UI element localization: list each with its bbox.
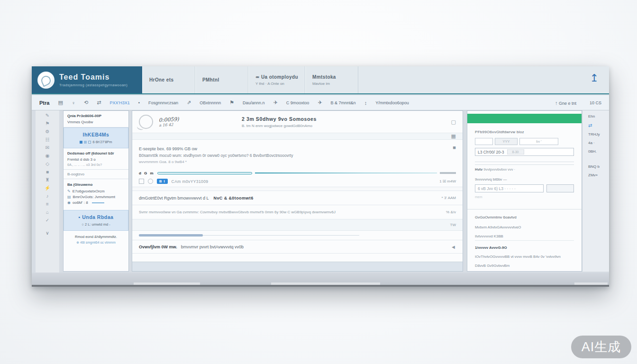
rail-icon-edit[interactable]: ✎ — [46, 113, 49, 118]
chip-option[interactable]: bv ' — [519, 138, 558, 145]
list-item[interactable]: Ovwvfjlvm 0W mw. bmvvmvr pvvrt bvtAvwvvv… — [132, 240, 463, 254]
rail-item[interactable]: ZMv» — [588, 173, 609, 177]
toolbar-item[interactable]: C 9mooxtoo — [286, 100, 309, 105]
text-input[interactable]: L3 Ch'00/ 20-3 8-30 — [475, 148, 574, 156]
checkbox-icon[interactable] — [139, 179, 144, 184]
link-label: E7o6gvoxtetxOrcm — [73, 189, 105, 193]
note-text: Hvtv 9vvtpvvvbvbvv vvv · — [475, 167, 574, 172]
sort-icon[interactable]: ↕ — [364, 100, 367, 106]
toolbar-item[interactable]: OBxtnnnnn — [200, 100, 221, 105]
rail-icon-stop[interactable]: ■ — [46, 170, 49, 174]
footer-line: Rmod eond &h8ymmmdtz. — [66, 235, 126, 239]
progress-label: d G m — [139, 171, 155, 175]
rail-icon-tower[interactable]: ♜ — [46, 178, 50, 182]
rail-icon-flag[interactable]: ⚑ — [46, 121, 50, 126]
chip-empty[interactable] — [475, 138, 493, 145]
app-logo-icon — [37, 72, 55, 89]
back-icon[interactable]: ◄ — [451, 244, 456, 250]
list-item-message[interactable]: E-seepte bex. 69 999% GB ow B0samrt0k mo… — [132, 140, 463, 170]
progress-bar[interactable] — [139, 234, 203, 237]
detail-row[interactable]: 1/vvvvv AvvvG-9O — [475, 246, 574, 250]
rail-item[interactable]: BNQ b — [588, 164, 609, 169]
rail-icon-check[interactable]: ✓ — [46, 218, 49, 223]
left-card-members[interactable]: IhKEB4Ms 6 6h'27'8Pm — [64, 127, 128, 148]
toolbar-item[interactable]: Fosgnnnvczsan — [148, 100, 178, 105]
detail-row[interactable]: D8vvB Gv9GvbvvBm — [475, 264, 574, 268]
left-item-reports[interactable]: B-oogtzvo — [64, 170, 128, 179]
list-item[interactable]: Svmr mvmvvo0ww vn Ga cvmmmv: Covmvbvy mv… — [132, 205, 463, 219]
card-line: Fnmtst d dsb 3 o — [67, 157, 125, 162]
toolbar-link[interactable]: PXX'H3X1 — [110, 100, 130, 105]
zoom-level[interactable]: 10 CS — [590, 100, 601, 105]
swap-icon[interactable]: ⇄ — [588, 123, 609, 128]
bag-icon[interactable]: ▢ — [451, 119, 456, 125]
rail-icon-bolt[interactable]: ⚡ — [45, 186, 50, 191]
toolbar-item[interactable]: B & 7mnnt&n — [331, 100, 356, 105]
rail-icon-menu[interactable]: ≡ — [46, 202, 49, 207]
list-item-thin[interactable]: TW — [132, 219, 463, 231]
toolbar-item[interactable]: Y/mmtxdoo6opou — [375, 100, 409, 105]
tab-home[interactable]: HrOne ets — [142, 66, 195, 93]
chrome-segment — [134, 282, 200, 285]
rail-icon-target[interactable]: ◉ — [46, 154, 50, 158]
grid-icon[interactable]: ▦ — [451, 133, 456, 139]
detail-row[interactable]: Mvbvm A9vtvGAvvvvvvtveO — [475, 225, 574, 229]
rail-item[interactable]: 0BH. — [588, 149, 609, 154]
chevron-down-icon[interactable]: ∨ — [46, 231, 49, 236]
card-subrow: ○ 2 L: umwtd md - — [67, 222, 125, 227]
swap-icon[interactable]: ⇄ — [97, 100, 101, 106]
rail-item[interactable]: Ehn — [588, 114, 609, 118]
app-window: Teed Toamis Tradsjamnnsg (astasspetgyrna… — [32, 66, 609, 287]
toolbar-item-ptra[interactable]: Ptra — [39, 100, 49, 106]
undo-icon[interactable]: ⟲ — [84, 100, 88, 106]
list-item[interactable]: dmGotrtE0vt Rgvtm bmowvvwvvt d L NvC & &… — [132, 191, 463, 205]
progress-pill[interactable] — [157, 172, 252, 174]
text-input[interactable]: 6 vB Jvv 6) L3 · · · · · — [475, 184, 544, 192]
rail-icon-note[interactable]: ♪ — [46, 194, 49, 199]
list-item-thin[interactable]: ▦ — [132, 133, 463, 140]
right-panel-body: PFb99O6vvGtdfdwrvw bloz YYY bv ' L3 Ch'0… — [467, 123, 582, 209]
tab-mail[interactable]: PMhtnl — [195, 66, 248, 93]
side-button[interactable] — [546, 184, 574, 192]
attachment-row[interactable]: B I CAm m0vYY31009 1 ☒ m4W — [132, 176, 463, 187]
toolbar-item[interactable]: Dau/annn.n — [243, 100, 265, 105]
pin-icon[interactable]: ↥ — [590, 72, 599, 84]
left-card-footer[interactable]: Rmod eond &h8ymmmdtz. ⊕ 46t smgmt64 oc v… — [64, 231, 128, 248]
tab-label: PMhtnl — [202, 77, 241, 82]
detail-row[interactable]: Ilvtvvvvvvd K3BB — [475, 234, 574, 241]
tab-deployed[interactable]: ≃ Ua otomploydu Y thd · A Onte on — [248, 66, 305, 93]
status-label: Gne e tnt — [559, 101, 576, 106]
arrow-up-right-icon[interactable]: ⇗ — [187, 100, 191, 106]
plane-icon[interactable]: ✈ — [318, 100, 322, 106]
plane-icon[interactable]: ✈ — [273, 100, 278, 106]
radio-icon[interactable] — [148, 179, 153, 184]
input-hint: mem — [475, 195, 574, 199]
detail-row[interactable]: IOvThvtvOGvvvvvBB vt vvvv mvvB B4v 0v 'v… — [475, 255, 574, 259]
left-card-deadline[interactable]: Dedsmao off (6dounel b3r Fnmtst d dsb 3 … — [64, 148, 128, 170]
rail-item[interactable]: 4a · — [588, 141, 609, 145]
left-link[interactable]: ✎ E7o6gvoxtetxOrcm — [67, 189, 125, 193]
file-name[interactable]: CAm m0vYY31009 — [172, 179, 209, 184]
left-card-undarbdaa[interactable]: ▪ Unda Rbdaa ○ 2 L: umwtd md - — [64, 210, 128, 231]
list-item[interactable]: 0:0059) a 16 42 2 3m S0dhwy 9vo Somosoes… — [132, 111, 463, 133]
input-value: L3 Ch'00/ 20-3 — [478, 150, 504, 155]
left-link[interactable]: ▤ BmrOvGots: Jvmvhmomt — [67, 195, 125, 199]
brand-block[interactable]: Teed Toamis Tradsjamnnsg (astasspetgyrna… — [32, 66, 142, 93]
tab-members[interactable]: Mmtstoka Mavtoe im — [305, 66, 358, 93]
toolbar-dot: • — [138, 100, 140, 105]
footer-link[interactable]: ⊕ 46t smgmt64 oc vtmmm — [66, 241, 126, 245]
person-icon[interactable]: ♀ — [72, 100, 75, 106]
tab-label: Mmtstoka — [312, 74, 351, 80]
rail-icon-gear[interactable]: ⚙ — [46, 129, 50, 134]
input-row: 6 vB Jvv 6) L3 · · · · · — [475, 184, 574, 192]
rail-icon-grid[interactable]: ☷ — [46, 137, 50, 142]
rail-icon-mail[interactable]: ✉ — [46, 146, 49, 150]
left-card-overview[interactable]: Qnia Pr3e8606-00P Vmmes Qvo8w — [64, 111, 128, 127]
left-link[interactable]: ◉ oo6M' : 8 — [67, 200, 125, 205]
item-text: bmvvmvr pvvrt bvtAvwvvvtq vv0b — [181, 245, 244, 249]
flag-icon[interactable]: ⚑ — [229, 100, 234, 106]
rail-item[interactable]: TRHJy — [588, 132, 609, 136]
clipboard-icon[interactable]: ▤ — [58, 100, 63, 106]
rail-icon-home[interactable]: ⌂ — [46, 210, 49, 215]
rail-icon-diamond[interactable]: ◇ — [46, 162, 49, 166]
